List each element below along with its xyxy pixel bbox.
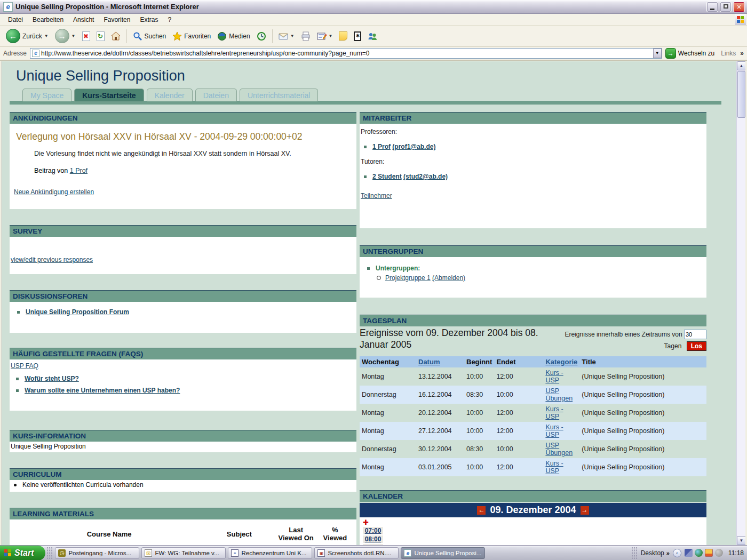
search-button[interactable]: Suchen (130, 30, 169, 43)
tray-globe-icon[interactable] (695, 549, 703, 557)
mail-dropdown-icon[interactable]: ▼ (290, 34, 295, 38)
new-announcement-link[interactable]: Neue Ankündigung erstellen (14, 188, 94, 196)
teilnehmer-link[interactable]: Teilnehmer (361, 192, 392, 199)
links-label[interactable]: Links (721, 50, 736, 57)
event-category-link[interactable]: Kurs - USP (545, 369, 563, 384)
go-button[interactable]: → Wechseln zu (665, 48, 714, 59)
edit-button[interactable]: ▼ (314, 30, 336, 43)
menu-extras[interactable]: Extras (135, 15, 163, 25)
calendar-time-link[interactable]: 07:00 (363, 527, 383, 534)
refresh-icon: ↻ (97, 31, 105, 41)
hide-icons-button[interactable]: ‹ (673, 549, 681, 557)
task-screenshots[interactable]: ▣ Screenshots dotLRN.... (314, 547, 399, 559)
menu-ansicht[interactable]: Ansicht (68, 15, 99, 25)
refresh-button[interactable]: ↻ (94, 30, 107, 43)
forward-dropdown-icon[interactable]: ▼ (71, 34, 76, 38)
desktop-chevron-icon[interactable]: » (666, 550, 670, 556)
add-event-icon[interactable]: ✚ (363, 519, 703, 526)
vertical-scrollbar[interactable]: ▲ ▼ (736, 61, 745, 545)
stop-button[interactable]: ✖ (80, 30, 93, 43)
tab-dateien[interactable]: Dateien (195, 89, 237, 101)
portlet-header: SURVEY (10, 225, 356, 237)
menu-datei[interactable]: Datei (3, 15, 28, 25)
projektgruppe-link[interactable]: Projektgruppe 1 (385, 274, 431, 282)
survey-responses-link[interactable]: view/edit previous responses (11, 256, 93, 263)
edit-dropdown-icon[interactable]: ▼ (329, 34, 333, 38)
los-button[interactable]: Los (687, 341, 706, 351)
calendar-body: ✚ 07:00 08:00 09:00 10:00 11:00 12:00 (360, 517, 706, 545)
filter-suffix: Tagen (664, 342, 682, 350)
desktop-toolbar-label[interactable]: Desktop (641, 549, 664, 557)
mail-button[interactable]: ▼ (276, 30, 297, 43)
event-category-link[interactable]: USP Übungen (545, 387, 573, 402)
forum-link[interactable]: Unique Selling Proposition Forum (26, 308, 129, 316)
portlet-tagesplan: TAGESPLAN Ereignisse vom 09. Dezember 20… (360, 315, 706, 476)
task-rechenzentrum[interactable]: ≡ Rechenzentrum Uni K... (228, 547, 312, 559)
start-button[interactable]: Start (0, 546, 45, 560)
tutor-link[interactable]: 2 Student (372, 173, 402, 180)
faq-question-link[interactable]: Wofür steht USP? (25, 375, 79, 382)
restore-button[interactable] (720, 2, 732, 12)
address-dropdown-icon[interactable]: ▼ (653, 49, 662, 58)
forward-button[interactable]: → ▼ (52, 27, 78, 45)
favorites-label: Favoriten (184, 33, 211, 40)
scrollbar-thumb[interactable] (737, 71, 745, 118)
faq-question-link[interactable]: Warum sollte eine Unternehmen einen USP … (25, 387, 180, 394)
notes-button[interactable] (336, 30, 350, 42)
col-datum-sort-link[interactable]: Datum (418, 358, 440, 366)
back-dropdown-icon[interactable]: ▼ (44, 34, 49, 38)
professor-email-link[interactable]: (prof1@ab.de) (392, 143, 435, 150)
envelope-icon: ✉ (145, 549, 152, 557)
outlook-icon: ◷ (58, 549, 66, 557)
home-button[interactable] (108, 30, 123, 43)
tray-update-icon[interactable] (715, 549, 723, 557)
portlet-header: DISKUSSIONSFOREN (10, 290, 356, 302)
author-link[interactable]: 1 Prof (70, 167, 88, 174)
menu-help[interactable]: ? (163, 15, 176, 25)
favorites-button[interactable]: Favoriten (170, 30, 213, 43)
tab-unterrichtsmaterial[interactable]: Unterrichtsmaterial (240, 89, 318, 101)
days-input[interactable] (684, 330, 706, 339)
history-button[interactable] (254, 30, 269, 43)
print-button[interactable] (298, 30, 313, 43)
lm-col-subject: Subject (204, 525, 274, 543)
task-mail-message[interactable]: ✉ FW: WG: Teilnahme v... (141, 547, 226, 559)
tray-app-icon[interactable] (705, 549, 713, 557)
calendar-next-icon[interactable]: → (581, 506, 589, 515)
minimize-button[interactable] (706, 2, 718, 12)
tab-my-space[interactable]: My Space (22, 89, 71, 101)
calendar-prev-icon[interactable]: ← (477, 506, 486, 515)
col-wochentag: Wochentag (360, 356, 416, 367)
messenger-button[interactable] (365, 30, 380, 43)
task-unique-selling-proposition[interactable]: e Unique Selling Proposi... (401, 547, 485, 559)
calendar-time-link[interactable]: 08:00 (363, 535, 383, 543)
taskbar-grip (47, 547, 52, 559)
task-posteingang[interactable]: ◷ Posteingang - Micros... (55, 547, 139, 559)
back-icon: ← (6, 29, 20, 43)
media-button[interactable]: Medien (214, 30, 252, 43)
event-category-link[interactable]: Kurs - USP (545, 460, 563, 475)
tray-network-icon[interactable] (685, 549, 693, 557)
links-chevron-icon[interactable]: » (740, 50, 743, 57)
menu-favoriten[interactable]: Favoriten (99, 15, 135, 25)
scroll-up-icon[interactable]: ▲ (737, 61, 745, 70)
tab-kalender[interactable]: Kalender (147, 89, 193, 101)
abmelden-link[interactable]: (Abmelden) (432, 274, 465, 282)
portlet-survey: SURVEY view/edit previous responses (10, 225, 356, 274)
usp-faq-link[interactable]: USP FAQ (11, 362, 38, 370)
back-button[interactable]: ← Zurück ▼ (3, 27, 51, 45)
tutor-email-link[interactable]: (stud2@ab.de) (403, 173, 448, 180)
event-category-link[interactable]: Kurs - USP (545, 405, 563, 420)
professor-link[interactable]: 1 Prof (372, 143, 391, 150)
home-icon (111, 31, 121, 41)
menu-bearbeiten[interactable]: Bearbeiten (28, 15, 68, 25)
col-kategorie-sort-link[interactable]: Kategorie (545, 358, 577, 366)
tab-kurs-startseite[interactable]: Kurs-Startseite (74, 89, 144, 101)
table-row: Montag03.01.2005 10:0012:00 Kurs - USP (… (360, 458, 706, 476)
event-category-link[interactable]: Kurs - USP (545, 423, 563, 438)
dialer-button[interactable]: ✱ (351, 30, 364, 43)
event-category-link[interactable]: USP Übungen (545, 442, 573, 457)
scroll-down-icon[interactable]: ▼ (737, 536, 745, 545)
close-button[interactable]: ✕ (733, 2, 745, 12)
address-input[interactable] (41, 50, 653, 57)
